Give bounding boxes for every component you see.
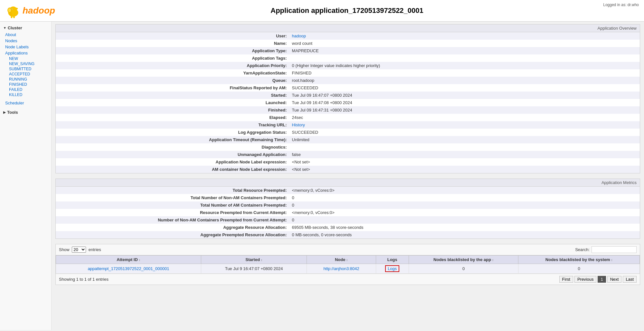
main-content: Application Overview User:hadoopName:wor…: [52, 22, 644, 330]
overview-label-11: Elapsed:: [56, 114, 289, 121]
sidebar-item-running[interactable]: RUNNING: [0, 77, 51, 82]
sidebar-item-about[interactable]: About: [0, 32, 51, 38]
cluster-section-header[interactable]: ▼ Cluster: [0, 24, 51, 32]
metrics-table: Total Resource Preempted:<memory:0, vCor…: [56, 187, 640, 239]
attempt-blacklisted-app-cell: 0: [409, 264, 518, 274]
overview-header: Application Overview: [56, 24, 640, 32]
col-header-nodes-blacklisted-by-the-system[interactable]: Nodes blacklisted by the system ↕: [518, 256, 640, 264]
cluster-arrow-icon: ▼: [3, 26, 6, 30]
overview-panel: Application Overview User:hadoopName:wor…: [55, 24, 640, 173]
overview-value-12[interactable]: History: [289, 121, 640, 129]
sidebar-item-applications[interactable]: Applications: [0, 50, 51, 56]
sort-icon-4: ↕: [491, 258, 494, 262]
overview-value-8: Tue Jul 09 16:47:07 +0800 2024: [289, 92, 640, 99]
overview-label-10: Finished:: [56, 106, 289, 114]
pagination-last-button[interactable]: Last: [623, 276, 637, 283]
metrics-label-2: Total Number of AM Containers Preempted:: [56, 201, 289, 209]
col-header-nodes-blacklisted-by-the-app[interactable]: Nodes blacklisted by the app ↕: [409, 256, 518, 264]
pagination-current-page: 1: [598, 276, 606, 283]
overview-link-0[interactable]: hadoop: [292, 34, 306, 38]
overview-label-7: FinalStatus Reported by AM:: [56, 84, 289, 92]
sidebar-item-killed[interactable]: KILLED: [0, 92, 51, 97]
page-title: Application application_1720513972522_00…: [55, 6, 639, 15]
overview-label-5: YarnApplicationState:: [56, 69, 289, 77]
metrics-value-2: 0: [289, 201, 640, 209]
metrics-value-6: 0 MB-seconds, 0 vcore-seconds: [289, 231, 640, 239]
overview-label-6: Queue:: [56, 77, 289, 84]
overview-value-14: Unlimited: [289, 136, 640, 143]
attempts-data-table: Attempt ID ↕Started ↕Node ↕LogsNodes bla…: [56, 255, 640, 274]
metrics-value-3: <memory:0, vCores:0>: [289, 209, 640, 216]
svg-point-6: [8, 8, 11, 12]
metrics-header: Application Metrics: [56, 179, 640, 187]
sidebar-item-accepted[interactable]: ACCEPTED: [0, 72, 51, 77]
pagination-first-button[interactable]: First: [559, 276, 573, 283]
search-area: Search:: [575, 246, 637, 253]
show-entries-control: Show 10202550100 entries: [59, 247, 101, 253]
overview-table: User:hadoopName:word countApplication Ty…: [56, 32, 640, 173]
tools-section-header[interactable]: ▶ Tools: [0, 109, 51, 116]
overview-value-4: 0 (Higher Integer value indicates higher…: [289, 62, 640, 69]
metrics-label-5: Aggregate Resource Allocation:: [56, 224, 289, 231]
metrics-label-4: Number of Non-AM Containers Preempted fr…: [56, 216, 289, 224]
show-label: Show: [59, 247, 70, 252]
overview-value-16: false: [289, 151, 640, 158]
pagination-next-button[interactable]: Next: [607, 276, 622, 283]
svg-point-2: [14, 8, 18, 10]
sidebar-item-failed[interactable]: FAILED: [0, 87, 51, 92]
sidebar-item-submitted[interactable]: SUBMITTED: [0, 66, 51, 72]
sidebar: ▼ Cluster About Nodes Node Labels Applic…: [0, 22, 52, 330]
overview-value-0[interactable]: hadoop: [289, 32, 640, 40]
overview-value-17: <Not set>: [289, 158, 640, 166]
overview-value-2: MAPREDUCE: [289, 47, 640, 54]
overview-value-13: SUCCEEDED: [289, 129, 640, 136]
sort-icon-0: ↕: [138, 258, 140, 262]
metrics-value-0: <memory:0, vCores:0>: [289, 187, 640, 194]
overview-label-14: Application Timeout (Remaining Time):: [56, 136, 289, 143]
show-entries-select[interactable]: 10202550100: [72, 247, 86, 253]
overview-label-15: Diagnostics:: [56, 143, 289, 151]
attempts-panel: Show 10202550100 entries Search: Attempt…: [55, 244, 640, 285]
attempt-id-link[interactable]: appattempt_1720513972522_0001_000001: [88, 266, 169, 271]
sidebar-item-new[interactable]: NEW: [0, 56, 51, 61]
sidebar-item-node-labels[interactable]: Node Labels: [0, 44, 51, 50]
entries-label: entries: [89, 247, 101, 252]
metrics-label-0: Total Resource Preempted:: [56, 187, 289, 194]
col-header-started[interactable]: Started ↕: [201, 256, 307, 264]
search-input[interactable]: [592, 246, 637, 253]
layout: ▼ Cluster About Nodes Node Labels Applic…: [0, 22, 644, 330]
pagination: First Previous 1 Next Last: [559, 276, 637, 283]
overview-link-12[interactable]: History: [292, 122, 305, 127]
pagination-previous-button[interactable]: Previous: [574, 276, 597, 283]
table-row: appattempt_1720513972522_0001_000001Tue …: [56, 264, 640, 274]
attempt-id-cell: appattempt_1720513972522_0001_000001: [56, 264, 201, 274]
attempt-logs-cell: Logs: [376, 264, 409, 274]
metrics-label-3: Resource Preempted from Current Attempt:: [56, 209, 289, 216]
overview-label-2: Application Type:: [56, 47, 289, 54]
overview-value-15: [289, 143, 640, 151]
col-header-attempt-id[interactable]: Attempt ID ↕: [56, 256, 201, 264]
col-header-logs: Logs: [376, 256, 409, 264]
attempt-node-link[interactable]: http://anjhon3:8042: [323, 266, 359, 271]
sidebar-item-nodes[interactable]: Nodes: [0, 38, 51, 44]
svg-point-4: [12, 9, 12, 9]
overview-label-0: User:: [56, 32, 289, 40]
overview-label-8: Started:: [56, 92, 289, 99]
sidebar-item-finished[interactable]: FINISHED: [0, 82, 51, 87]
sidebar-item-scheduler[interactable]: Scheduler: [0, 100, 51, 106]
overview-value-1: word count: [289, 40, 640, 47]
overview-value-5: FINISHED: [289, 69, 640, 77]
overview-label-4: Application Priority:: [56, 62, 289, 69]
svg-rect-7: [11, 16, 13, 18]
sort-icon-5: ↕: [610, 258, 613, 262]
overview-label-13: Log Aggregation Status:: [56, 129, 289, 136]
overview-value-10: Tue Jul 09 16:47:31 +0800 2024: [289, 106, 640, 114]
overview-label-12: Tracking URL:: [56, 121, 289, 129]
sidebar-item-new-saving[interactable]: NEW_SAVING: [0, 61, 51, 66]
overview-value-7: SUCCEEDED: [289, 84, 640, 92]
sort-icon-2: ↕: [345, 258, 348, 262]
metrics-value-4: 0: [289, 216, 640, 224]
attempt-logs-link[interactable]: Logs: [385, 265, 399, 272]
metrics-value-1: 0: [289, 194, 640, 201]
col-header-node[interactable]: Node ↕: [307, 256, 376, 264]
